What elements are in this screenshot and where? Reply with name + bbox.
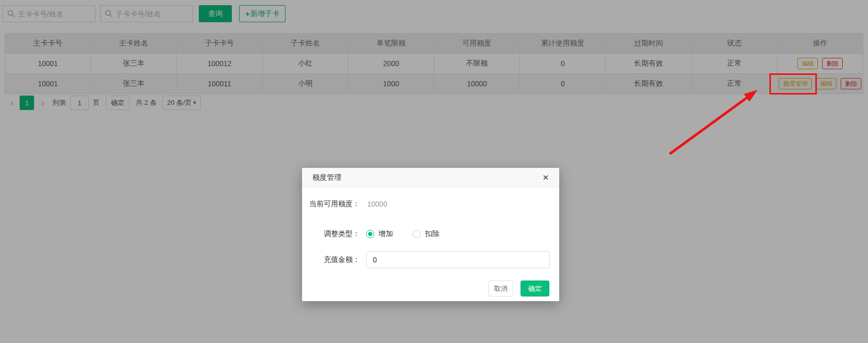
- adjust-type-label: 调整类型：: [302, 229, 360, 239]
- current-quota-value: 10000: [367, 200, 387, 208]
- current-quota-row: 当前可用额度： 10000: [302, 199, 559, 209]
- amount-label: 充值金额：: [302, 255, 360, 264]
- dialog-title: 额度管理: [312, 173, 341, 182]
- radio-circle-icon: [413, 230, 421, 238]
- current-quota-label: 当前可用额度：: [302, 199, 360, 209]
- adjust-type-row: 调整类型： 增加 扣除: [302, 229, 559, 239]
- radio-increase[interactable]: 增加: [366, 229, 393, 239]
- close-icon[interactable]: ✕: [542, 173, 549, 182]
- radio-deduct-label: 扣除: [425, 229, 439, 239]
- cancel-button[interactable]: 取消: [488, 280, 513, 297]
- dialog-header: 额度管理 ✕: [302, 168, 559, 188]
- radio-increase-label: 增加: [378, 229, 393, 239]
- confirm-button[interactable]: 确定: [520, 280, 549, 297]
- quota-management-dialog: 额度管理 ✕ 当前可用额度： 10000 调整类型： 增加 扣除 充值金额： 取…: [302, 168, 559, 301]
- dialog-footer: 取消 确定: [488, 280, 549, 297]
- radio-deduct[interactable]: 扣除: [413, 229, 439, 239]
- amount-row: 充值金额：: [302, 251, 559, 268]
- radio-circle-icon: [366, 230, 374, 238]
- amount-input[interactable]: [366, 251, 550, 268]
- adjust-type-radio-group: 增加 扣除: [366, 229, 439, 239]
